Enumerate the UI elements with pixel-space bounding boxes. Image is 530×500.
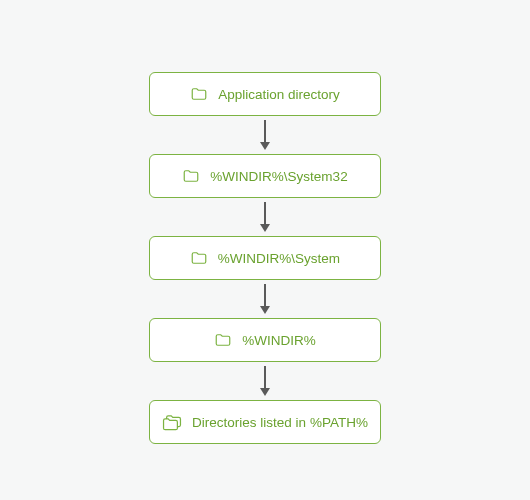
arrow bbox=[264, 120, 266, 150]
arrow bbox=[264, 202, 266, 232]
node-windir-system32: %WINDIR%\System32 bbox=[149, 154, 381, 198]
node-application-directory: Application directory bbox=[149, 72, 381, 116]
folders-icon bbox=[162, 413, 182, 431]
folder-icon bbox=[190, 85, 208, 103]
node-label: %WINDIR% bbox=[242, 333, 316, 348]
node-label: %WINDIR%\System bbox=[218, 251, 340, 266]
arrow bbox=[264, 366, 266, 396]
node-label: %WINDIR%\System32 bbox=[210, 169, 347, 184]
arrow bbox=[264, 284, 266, 314]
folder-icon bbox=[214, 331, 232, 349]
node-path-directories: Directories listed in %PATH% bbox=[149, 400, 381, 444]
node-windir-system: %WINDIR%\System bbox=[149, 236, 381, 280]
folder-icon bbox=[182, 167, 200, 185]
node-label: Directories listed in %PATH% bbox=[192, 415, 368, 430]
node-windir: %WINDIR% bbox=[149, 318, 381, 362]
folder-icon bbox=[190, 249, 208, 267]
node-label: Application directory bbox=[218, 87, 340, 102]
